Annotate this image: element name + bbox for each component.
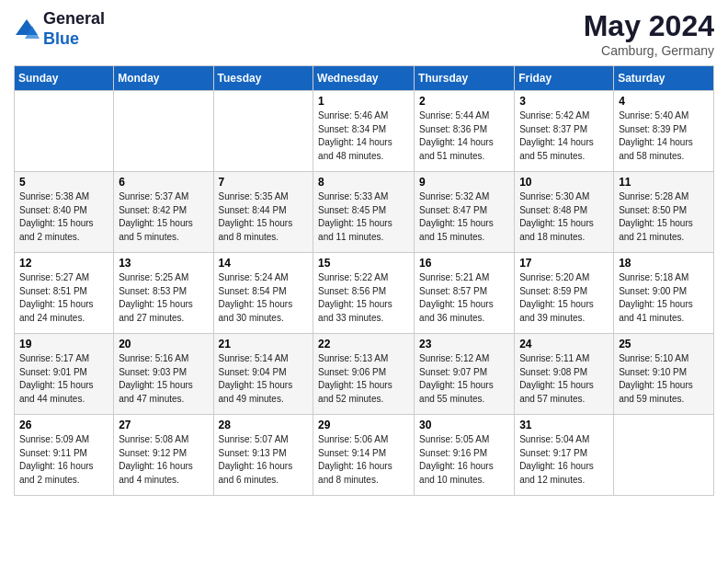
calendar-day-14: 14Sunrise: 5:24 AM Sunset: 8:54 PM Dayli…	[213, 253, 313, 334]
calendar-day-22: 22Sunrise: 5:13 AM Sunset: 9:06 PM Dayli…	[313, 334, 415, 415]
calendar-day-4: 4Sunrise: 5:40 AM Sunset: 8:39 PM Daylig…	[614, 91, 714, 172]
day-number: 31	[519, 419, 609, 431]
day-info: Sunrise: 5:04 AM Sunset: 9:17 PM Dayligh…	[519, 433, 609, 487]
day-info: Sunrise: 5:35 AM Sunset: 8:44 PM Dayligh…	[219, 190, 309, 244]
day-info: Sunrise: 5:28 AM Sunset: 8:50 PM Dayligh…	[619, 190, 709, 244]
calendar-day-21: 21Sunrise: 5:14 AM Sunset: 9:04 PM Dayli…	[213, 334, 313, 415]
day-info: Sunrise: 5:21 AM Sunset: 8:57 PM Dayligh…	[419, 271, 509, 325]
empty-day	[213, 91, 313, 172]
calendar-week-row: 5Sunrise: 5:38 AM Sunset: 8:40 PM Daylig…	[15, 172, 714, 253]
calendar-week-row: 12Sunrise: 5:27 AM Sunset: 8:51 PM Dayli…	[15, 253, 714, 334]
day-number: 10	[519, 176, 609, 189]
calendar-day-10: 10Sunrise: 5:30 AM Sunset: 8:48 PM Dayli…	[515, 172, 614, 253]
calendar-day-7: 7Sunrise: 5:35 AM Sunset: 8:44 PM Daylig…	[213, 172, 313, 253]
day-info: Sunrise: 5:38 AM Sunset: 8:40 PM Dayligh…	[19, 190, 108, 244]
calendar-day-11: 11Sunrise: 5:28 AM Sunset: 8:50 PM Dayli…	[614, 172, 714, 253]
empty-day	[15, 91, 114, 172]
column-header-sunday: Sunday	[15, 66, 114, 91]
calendar-day-12: 12Sunrise: 5:27 AM Sunset: 8:51 PM Dayli…	[15, 253, 114, 334]
day-info: Sunrise: 5:17 AM Sunset: 9:01 PM Dayligh…	[19, 352, 108, 406]
day-info: Sunrise: 5:25 AM Sunset: 8:53 PM Dayligh…	[119, 271, 208, 325]
logo: General Blue	[14, 9, 105, 49]
calendar-day-13: 13Sunrise: 5:25 AM Sunset: 8:53 PM Dayli…	[114, 253, 213, 334]
calendar-day-8: 8Sunrise: 5:33 AM Sunset: 8:45 PM Daylig…	[313, 172, 415, 253]
day-info: Sunrise: 5:18 AM Sunset: 9:00 PM Dayligh…	[619, 271, 709, 325]
day-info: Sunrise: 5:12 AM Sunset: 9:07 PM Dayligh…	[419, 352, 509, 406]
day-number: 11	[619, 176, 709, 189]
day-number: 4	[619, 95, 709, 108]
column-header-saturday: Saturday	[614, 66, 714, 91]
calendar-day-1: 1Sunrise: 5:46 AM Sunset: 8:34 PM Daylig…	[313, 91, 415, 172]
day-number: 12	[19, 257, 108, 270]
calendar-day-27: 27Sunrise: 5:08 AM Sunset: 9:12 PM Dayli…	[114, 415, 213, 496]
calendar-day-19: 19Sunrise: 5:17 AM Sunset: 9:01 PM Dayli…	[15, 334, 114, 415]
day-info: Sunrise: 5:16 AM Sunset: 9:03 PM Dayligh…	[119, 352, 208, 406]
page-header: General Blue May 2024 Camburg, Germany	[14, 9, 714, 58]
day-number: 19	[19, 338, 108, 350]
day-number: 17	[519, 257, 609, 270]
day-info: Sunrise: 5:37 AM Sunset: 8:42 PM Dayligh…	[119, 190, 208, 244]
day-info: Sunrise: 5:24 AM Sunset: 8:54 PM Dayligh…	[219, 271, 309, 325]
day-number: 21	[219, 338, 309, 350]
day-info: Sunrise: 5:10 AM Sunset: 9:10 PM Dayligh…	[619, 352, 709, 406]
title-block: May 2024 Camburg, Germany	[584, 9, 714, 58]
day-number: 13	[119, 257, 208, 270]
calendar-day-5: 5Sunrise: 5:38 AM Sunset: 8:40 PM Daylig…	[15, 172, 114, 253]
calendar-day-28: 28Sunrise: 5:07 AM Sunset: 9:13 PM Dayli…	[213, 415, 313, 496]
day-number: 20	[119, 338, 208, 350]
day-number: 27	[119, 419, 208, 431]
day-info: Sunrise: 5:07 AM Sunset: 9:13 PM Dayligh…	[219, 433, 309, 487]
calendar-day-23: 23Sunrise: 5:12 AM Sunset: 9:07 PM Dayli…	[415, 334, 515, 415]
day-info: Sunrise: 5:42 AM Sunset: 8:37 PM Dayligh…	[519, 109, 609, 163]
day-info: Sunrise: 5:32 AM Sunset: 8:47 PM Dayligh…	[419, 190, 509, 244]
calendar-day-20: 20Sunrise: 5:16 AM Sunset: 9:03 PM Dayli…	[114, 334, 213, 415]
calendar-day-26: 26Sunrise: 5:09 AM Sunset: 9:11 PM Dayli…	[15, 415, 114, 496]
calendar-week-row: 19Sunrise: 5:17 AM Sunset: 9:01 PM Dayli…	[15, 334, 714, 415]
calendar-table: SundayMondayTuesdayWednesdayThursdayFrid…	[14, 65, 714, 496]
calendar-header-row: SundayMondayTuesdayWednesdayThursdayFrid…	[15, 66, 714, 91]
calendar-day-30: 30Sunrise: 5:05 AM Sunset: 9:16 PM Dayli…	[415, 415, 515, 496]
day-info: Sunrise: 5:40 AM Sunset: 8:39 PM Dayligh…	[619, 109, 709, 163]
calendar-day-31: 31Sunrise: 5:04 AM Sunset: 9:17 PM Dayli…	[515, 415, 614, 496]
day-info: Sunrise: 5:13 AM Sunset: 9:06 PM Dayligh…	[318, 352, 409, 406]
day-number: 29	[318, 419, 409, 431]
calendar-week-row: 1Sunrise: 5:46 AM Sunset: 8:34 PM Daylig…	[15, 91, 714, 172]
calendar-day-29: 29Sunrise: 5:06 AM Sunset: 9:14 PM Dayli…	[313, 415, 415, 496]
day-number: 7	[219, 176, 309, 189]
month-year: May 2024	[584, 9, 714, 43]
empty-day	[614, 415, 714, 496]
calendar-day-3: 3Sunrise: 5:42 AM Sunset: 8:37 PM Daylig…	[515, 91, 614, 172]
day-info: Sunrise: 5:46 AM Sunset: 8:34 PM Dayligh…	[318, 109, 409, 163]
logo-icon	[14, 17, 40, 42]
column-header-thursday: Thursday	[415, 66, 515, 91]
calendar-week-row: 26Sunrise: 5:09 AM Sunset: 9:11 PM Dayli…	[15, 415, 714, 496]
calendar-day-15: 15Sunrise: 5:22 AM Sunset: 8:56 PM Dayli…	[313, 253, 415, 334]
day-info: Sunrise: 5:44 AM Sunset: 8:36 PM Dayligh…	[419, 109, 509, 163]
empty-day	[114, 91, 213, 172]
day-number: 14	[219, 257, 309, 270]
day-number: 9	[419, 176, 509, 189]
day-info: Sunrise: 5:09 AM Sunset: 9:11 PM Dayligh…	[19, 433, 108, 487]
day-number: 24	[519, 338, 609, 350]
day-info: Sunrise: 5:22 AM Sunset: 8:56 PM Dayligh…	[318, 271, 409, 325]
day-number: 18	[619, 257, 709, 270]
day-number: 15	[318, 257, 409, 270]
calendar-day-16: 16Sunrise: 5:21 AM Sunset: 8:57 PM Dayli…	[415, 253, 515, 334]
day-info: Sunrise: 5:30 AM Sunset: 8:48 PM Dayligh…	[519, 190, 609, 244]
location: Camburg, Germany	[584, 43, 714, 58]
day-number: 30	[419, 419, 509, 431]
day-info: Sunrise: 5:20 AM Sunset: 8:59 PM Dayligh…	[519, 271, 609, 325]
day-number: 5	[19, 176, 108, 189]
column-header-tuesday: Tuesday	[213, 66, 313, 91]
day-number: 16	[419, 257, 509, 270]
day-number: 28	[219, 419, 309, 431]
column-header-wednesday: Wednesday	[313, 66, 415, 91]
column-header-monday: Monday	[114, 66, 213, 91]
day-info: Sunrise: 5:05 AM Sunset: 9:16 PM Dayligh…	[419, 433, 509, 487]
calendar-day-2: 2Sunrise: 5:44 AM Sunset: 8:36 PM Daylig…	[415, 91, 515, 172]
logo-blue: Blue	[43, 29, 105, 50]
day-number: 8	[318, 176, 409, 189]
day-info: Sunrise: 5:08 AM Sunset: 9:12 PM Dayligh…	[119, 433, 208, 487]
calendar-day-24: 24Sunrise: 5:11 AM Sunset: 9:08 PM Dayli…	[515, 334, 614, 415]
calendar-day-18: 18Sunrise: 5:18 AM Sunset: 9:00 PM Dayli…	[614, 253, 714, 334]
